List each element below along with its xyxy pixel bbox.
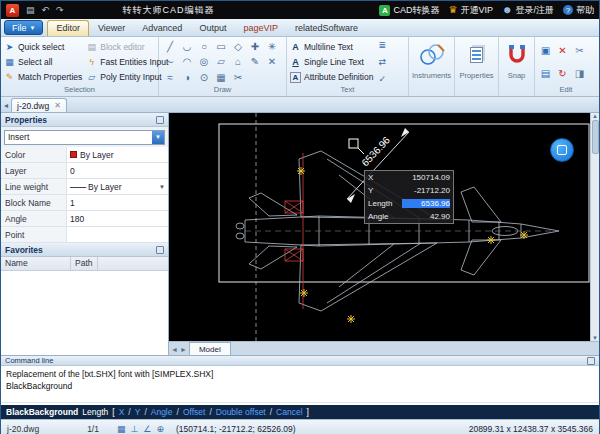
prompt-option[interactable]: X — [119, 407, 125, 417]
floating-widget-button[interactable] — [550, 138, 574, 162]
property-row-layer[interactable]: Layer 0 — [1, 163, 168, 179]
drawing-canvas[interactable]: 6536.96 X150714.09 Y-21712.20 Length6536… — [169, 113, 599, 341]
draw-tool-icon[interactable]: ◇ — [230, 40, 246, 54]
favorites-col-path[interactable]: Path — [71, 257, 98, 270]
edit-tool-icon[interactable]: ▣ — [538, 44, 553, 58]
chevron-down-icon[interactable]: ▼ — [159, 184, 165, 190]
ortho-icon[interactable]: ⊥ — [130, 424, 138, 434]
edit-tool-icon[interactable]: ▤ — [538, 67, 553, 81]
canvas-vertical-scrollbar[interactable]: ▲ ▼ — [590, 113, 599, 341]
prompt-bracket: [ — [112, 407, 114, 417]
tooltip-length-input[interactable]: 6536.96 — [402, 199, 450, 208]
draw-tool-icon[interactable]: ▦ — [213, 70, 229, 84]
draw-tool-icon[interactable]: ⌂ — [230, 55, 246, 69]
prompt-option[interactable]: Angle — [151, 407, 173, 417]
status-page-indicator: 1/1 — [87, 424, 99, 434]
prompt-option[interactable]: Double offset — [216, 407, 266, 417]
draw-tool-icon[interactable]: ⊙ — [196, 70, 212, 84]
prompt-option[interactable]: Offset — [183, 407, 206, 417]
spell-check-icon[interactable]: ✓ — [378, 74, 386, 84]
close-icon[interactable]: ✕ — [54, 101, 61, 110]
property-row-blockname[interactable]: Block Name 1 — [1, 195, 168, 211]
command-prompt-bar[interactable]: BlackBackground Length [ X/Y/Angle/Offse… — [1, 405, 599, 419]
polar-icon[interactable]: ∠ — [143, 424, 151, 434]
edit-tool-icon[interactable]: ✕ — [555, 44, 570, 58]
pin-icon[interactable] — [587, 357, 595, 365]
draw-tool-icon[interactable]: ◠ — [179, 55, 195, 69]
block-editor-button[interactable]: ▤Block editor — [86, 40, 168, 54]
text-convert-icon[interactable]: ⇄ — [378, 57, 386, 67]
tab-editor[interactable]: Editor — [47, 20, 89, 36]
layout-nav-right-icon[interactable]: ► — [180, 346, 187, 355]
poly-entity-input-button[interactable]: ▱Poly Entity Input — [86, 70, 168, 84]
tab-advanced[interactable]: Advanced — [134, 21, 190, 36]
draw-tool-icon[interactable]: ≈ — [162, 70, 178, 84]
login-button[interactable]: ☻ 登录/注册 — [502, 4, 554, 17]
cad-converter-button[interactable]: A CAD转换器 — [379, 4, 439, 17]
favorites-col-name[interactable]: Name — [1, 257, 71, 270]
scroll-down-icon[interactable]: ▼ — [592, 335, 598, 341]
option-separator: / — [144, 407, 146, 417]
command-line-header: Command line — [1, 355, 599, 366]
scroll-up-icon[interactable]: ▲ — [592, 113, 598, 119]
redo-icon[interactable]: ↷ — [56, 5, 64, 15]
tab-pagevip[interactable]: pageVIP — [235, 21, 286, 36]
scrollbar-thumb[interactable] — [592, 120, 599, 154]
tab-related-software[interactable]: relatedSoftware — [287, 21, 366, 36]
help-button[interactable]: ? 帮助 — [563, 4, 594, 17]
draw-tool-icon[interactable]: ✕ — [264, 55, 280, 69]
edit-tool-icon[interactable]: ◨ — [572, 67, 587, 81]
properties-button[interactable]: Properties — [458, 39, 495, 82]
pin-icon[interactable] — [156, 246, 164, 254]
snap-button[interactable]: Snap — [502, 39, 531, 82]
document-nav-icon[interactable]: ◂ — [4, 101, 8, 112]
draw-tool-icon[interactable]: ✎ — [247, 55, 263, 69]
tab-viewer[interactable]: Viewer — [90, 21, 133, 36]
draw-tool-icon[interactable]: ╱ — [162, 40, 178, 54]
property-row-angle[interactable]: Angle 180 — [1, 211, 168, 227]
single-line-text-button[interactable]: ASingle Line Text — [290, 55, 373, 69]
file-menu-button[interactable]: File ▼ — [4, 20, 43, 35]
properties-icon — [470, 39, 483, 71]
draw-tool-icon[interactable]: ◡ — [179, 40, 195, 54]
draw-tool-icon[interactable]: ✳ — [264, 40, 280, 54]
document-tab[interactable]: j-20.dwg ✕ — [11, 98, 67, 112]
property-row-point[interactable]: Point — [1, 227, 168, 243]
pin-icon[interactable] — [156, 116, 164, 124]
model-tab[interactable]: Model — [189, 342, 231, 355]
draw-tool-icon[interactable]: ∼ — [162, 55, 178, 69]
grid-icon[interactable]: ▦ — [117, 424, 126, 434]
draw-tool-icon[interactable]: ▭ — [213, 40, 229, 54]
entity-type-select[interactable]: Insert ▼ — [4, 130, 165, 145]
draw-tool-icon[interactable]: ✂ — [230, 70, 246, 84]
save-icon[interactable]: ▤ — [26, 5, 35, 15]
draw-tool-icon[interactable]: ◑ — [179, 70, 195, 84]
edit-tool-icon[interactable]: ✂ — [572, 44, 587, 58]
properties-panel-title: Properties — [5, 115, 47, 125]
attribute-definition-button[interactable]: AAttribute Definition — [290, 70, 373, 84]
match-properties-button[interactable]: ✎Match Properties — [4, 70, 82, 84]
edit-tool-icon[interactable]: ↻ — [555, 67, 570, 81]
favorites-list[interactable] — [1, 271, 168, 355]
instruments-button[interactable]: Instruments — [412, 39, 451, 82]
draw-tool-icon[interactable]: ◎ — [196, 55, 212, 69]
quick-select-button[interactable]: ➤Quick select — [4, 40, 82, 54]
prompt-option[interactable]: Cancel — [276, 407, 302, 417]
draw-tool-icon[interactable]: ▱ — [213, 55, 229, 69]
tab-output[interactable]: Output — [191, 21, 234, 36]
vip-button[interactable]: ♛ 开通VIP — [448, 4, 492, 17]
undo-icon[interactable]: ↶ — [42, 5, 50, 15]
select-all-button[interactable]: ▦Select all — [4, 55, 82, 69]
draw-tool-icon[interactable]: ✚ — [247, 40, 263, 54]
fast-entities-input-button[interactable]: ϟFast Entities Input — [86, 55, 168, 69]
property-row-color[interactable]: Color By Layer — [1, 147, 168, 163]
osnap-icon[interactable]: ⊕ — [156, 424, 164, 434]
command-history[interactable]: Replacement of the [txt.SHX] font with [… — [1, 366, 599, 402]
property-row-lineweight[interactable]: Line weight ——By Layer▼ — [1, 179, 168, 195]
multiline-text-button[interactable]: AMultiline Text — [290, 40, 373, 54]
draw-tool-icon[interactable]: ○ — [196, 40, 212, 54]
text-style-icon[interactable]: ≣ — [378, 40, 386, 50]
layout-nav-left-icon[interactable]: ◄ — [171, 346, 178, 355]
prompt-option[interactable]: Y — [135, 407, 141, 417]
favorites-panel-header: Favorites — [1, 243, 168, 257]
